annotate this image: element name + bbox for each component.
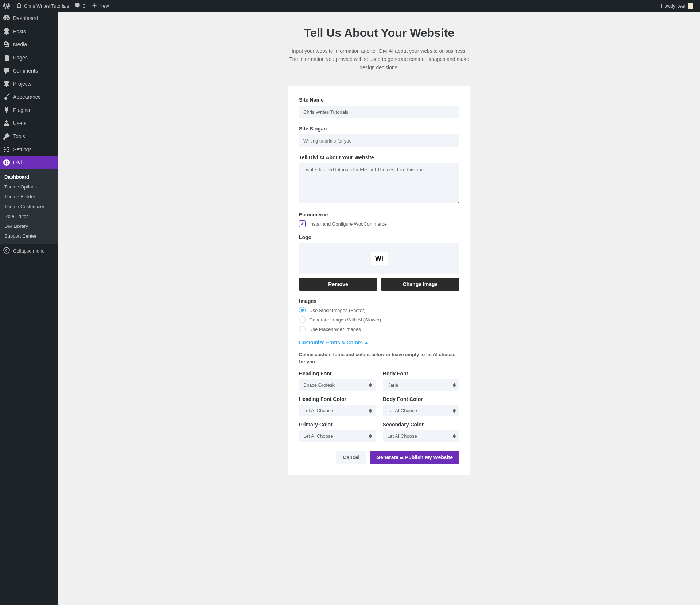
divi-icon bbox=[3, 159, 10, 166]
user-icon bbox=[3, 120, 10, 127]
body-color-select[interactable]: Let AI Choose bbox=[383, 405, 459, 416]
sidebar-item-settings[interactable]: Settings bbox=[0, 143, 58, 156]
primary-color-label: Primary Color bbox=[299, 422, 376, 428]
body-font-label: Body Font bbox=[383, 371, 459, 376]
primary-color-select[interactable]: Let AI Choose bbox=[299, 430, 376, 442]
sidebar-label: Projects bbox=[13, 81, 32, 87]
submenu-role-editor[interactable]: Role Editor bbox=[0, 211, 58, 221]
sidebar-label: Media bbox=[13, 42, 27, 47]
submenu-theme-builder[interactable]: Theme Builder bbox=[0, 192, 58, 202]
comment-icon bbox=[75, 3, 81, 9]
images-option-stock[interactable]: Use Stock Images (Faster) bbox=[299, 307, 459, 313]
wordpress-icon bbox=[3, 2, 10, 9]
sidebar-label: Appearance bbox=[13, 94, 41, 100]
images-option-placeholder[interactable]: Use Placeholder Images bbox=[299, 326, 459, 332]
page-title: Tell Us About Your Website bbox=[304, 26, 454, 40]
main-content: Tell Us About Your Website Input your we… bbox=[58, 12, 700, 605]
heading-color-label: Heading Font Color bbox=[299, 396, 376, 402]
heading-font-label: Heading Font bbox=[299, 371, 376, 376]
secondary-color-label: Secondary Color bbox=[383, 422, 459, 428]
admin-bar: Chris Writes Tutorials 0 New Howdy, test bbox=[0, 0, 700, 12]
submenu-theme-customizer[interactable]: Theme Customizer bbox=[0, 202, 58, 211]
radio-icon bbox=[299, 307, 306, 313]
sidebar-label: Posts bbox=[13, 28, 26, 34]
radio-icon bbox=[299, 316, 306, 323]
site-name-item[interactable]: Chris Writes Tutorials bbox=[13, 0, 72, 12]
sidebar-item-plugins[interactable]: Plugins bbox=[0, 104, 58, 117]
collapse-label: Collapse menu bbox=[13, 248, 45, 254]
sidebar-item-projects[interactable]: Projects bbox=[0, 77, 58, 90]
sidebar-item-divi[interactable]: Divi bbox=[0, 156, 58, 169]
sidebar-label: Tools bbox=[13, 133, 25, 139]
images-option-ai[interactable]: Generate Images With AI (Slower) bbox=[299, 316, 459, 323]
site-name-input[interactable] bbox=[299, 106, 459, 118]
remove-button[interactable]: Remove bbox=[299, 278, 377, 291]
divi-submenu: Dashboard Theme Options Theme Builder Th… bbox=[0, 169, 58, 244]
sidebar-item-media[interactable]: Media bbox=[0, 38, 58, 51]
logo-preview: WI bbox=[299, 243, 459, 274]
media-icon bbox=[3, 41, 10, 48]
sidebar-item-tools[interactable]: Tools bbox=[0, 130, 58, 143]
images-label: Images bbox=[299, 298, 459, 304]
sliders-icon bbox=[3, 146, 10, 153]
comment-icon bbox=[3, 67, 10, 74]
cancel-button[interactable]: Cancel bbox=[336, 451, 366, 464]
submenu-dashboard[interactable]: Dashboard bbox=[0, 172, 58, 182]
heading-color-select[interactable]: Let AI Choose bbox=[299, 405, 376, 416]
slogan-input[interactable] bbox=[299, 134, 459, 147]
dashboard-icon bbox=[3, 15, 10, 22]
sidebar-item-dashboard[interactable]: Dashboard bbox=[0, 12, 58, 25]
collapse-menu[interactable]: Collapse menu bbox=[0, 244, 58, 258]
howdy-text: Howdy, test bbox=[661, 3, 685, 9]
sidebar-item-pages[interactable]: Pages bbox=[0, 51, 58, 64]
sidebar-label: Comments bbox=[13, 68, 38, 74]
body-color-label: Body Font Color bbox=[383, 396, 459, 402]
logo-image: WI bbox=[371, 252, 388, 265]
sidebar-item-posts[interactable]: Posts bbox=[0, 25, 58, 38]
ecommerce-checkbox-row[interactable]: Install and Configure WooCommerce bbox=[299, 220, 459, 227]
radio-label: Use Stock Images (Faster) bbox=[309, 308, 366, 313]
radio-label: Generate Images With AI (Slower) bbox=[309, 317, 381, 323]
sidebar-label: Pages bbox=[13, 55, 28, 60]
generate-button[interactable]: Generate & Publish My Website bbox=[370, 451, 459, 464]
admin-site-name: Chris Writes Tutorials bbox=[24, 3, 69, 9]
sidebar-item-users[interactable]: Users bbox=[0, 117, 58, 130]
triangle-up-icon bbox=[365, 342, 368, 344]
new-item[interactable]: New bbox=[89, 0, 112, 12]
logo-label: Logo bbox=[299, 234, 459, 240]
submenu-theme-options[interactable]: Theme Options bbox=[0, 182, 58, 192]
customize-link-label: Customize Fonts & Colors bbox=[299, 340, 363, 346]
ecommerce-label: Ecommerce bbox=[299, 212, 459, 218]
submenu-divi-library[interactable]: Divi Library bbox=[0, 221, 58, 231]
customize-toggle[interactable]: Customize Fonts & Colors bbox=[299, 340, 459, 346]
customize-helper: Define custom fonts and colors below or … bbox=[299, 351, 459, 365]
page-subtitle: Input your website information and tell … bbox=[288, 47, 470, 71]
radio-icon bbox=[299, 326, 306, 332]
plus-icon bbox=[92, 3, 97, 9]
heading-font-select[interactable]: Space Grotesk bbox=[299, 379, 376, 391]
comments-count: 0 bbox=[83, 3, 85, 9]
radio-label: Use Placeholder Images bbox=[309, 327, 361, 332]
page-icon bbox=[3, 54, 10, 61]
ecommerce-option-label: Install and Configure WooCommerce bbox=[309, 221, 387, 227]
about-label: Tell Divi AI About Your Website bbox=[299, 155, 459, 160]
secondary-color-select[interactable]: Let AI Choose bbox=[383, 430, 459, 442]
svg-point-1 bbox=[4, 247, 9, 253]
collapse-icon bbox=[3, 247, 10, 255]
avatar bbox=[688, 3, 693, 9]
sidebar-label: Settings bbox=[13, 147, 32, 152]
brush-icon bbox=[3, 93, 10, 101]
sidebar-item-comments[interactable]: Comments bbox=[0, 64, 58, 77]
comments-item[interactable]: 0 bbox=[72, 0, 88, 12]
wp-logo-item[interactable] bbox=[0, 0, 13, 12]
sidebar-item-appearance[interactable]: Appearance bbox=[0, 90, 58, 104]
wrench-icon bbox=[3, 133, 10, 140]
submenu-support-center[interactable]: Support Center bbox=[0, 231, 58, 241]
body-font-select[interactable]: Karla bbox=[383, 379, 459, 391]
sidebar-label: Dashboard bbox=[13, 15, 38, 21]
howdy-item[interactable]: Howdy, test bbox=[661, 3, 693, 9]
about-textarea[interactable]: I write detailed tutorials for Elegant T… bbox=[299, 163, 459, 203]
change-image-button[interactable]: Change Image bbox=[381, 278, 459, 291]
pin-icon bbox=[3, 28, 10, 35]
plug-icon bbox=[3, 106, 10, 114]
